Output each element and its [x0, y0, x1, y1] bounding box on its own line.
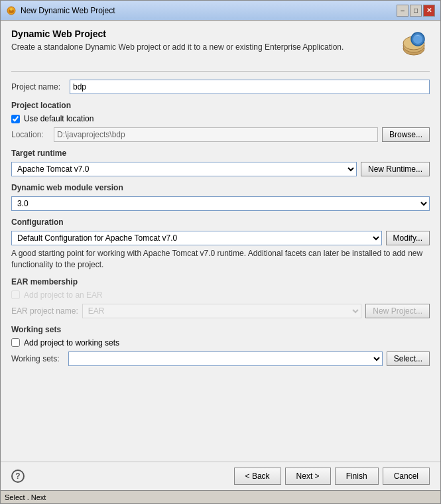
select-working-sets-button[interactable]: Select...: [387, 351, 430, 366]
add-to-ear-checkbox[interactable]: [11, 290, 20, 299]
header-section: Dynamic Web Project Create a standalone …: [11, 29, 430, 60]
runtime-row: Apache Tomcat v7.0 New Runtime...: [11, 162, 430, 176]
use-default-location-checkbox[interactable]: [11, 115, 20, 123]
project-name-label: Project name:: [11, 82, 64, 92]
working-sets-checkbox-row: Add project to working sets: [11, 338, 430, 347]
window-title: New Dynamic Web Project: [21, 6, 115, 15]
target-runtime-section: Target runtime Apache Tomcat v7.0 New Ru…: [11, 149, 430, 176]
add-to-working-sets-label[interactable]: Add project to working sets: [24, 338, 119, 347]
modify-button[interactable]: Modify...: [386, 231, 430, 245]
header-text: Dynamic Web Project Create a standalone …: [11, 29, 390, 53]
title-bar-left: New Dynamic Web Project: [6, 5, 115, 16]
configuration-description: A good starting point for working with A…: [11, 248, 430, 271]
content-area: Dynamic Web Project Create a standalone …: [1, 21, 440, 462]
ear-project-name-select: EAR: [82, 304, 362, 318]
use-default-location-label[interactable]: Use default location: [24, 114, 94, 123]
status-text: Select . Next: [5, 493, 46, 501]
bottom-buttons: < Back Next > Finish Cancel: [234, 468, 430, 485]
cancel-button[interactable]: Cancel: [383, 468, 430, 485]
add-to-working-sets-checkbox[interactable]: [11, 338, 20, 347]
title-controls: – □ ✕: [397, 5, 435, 17]
minimize-button[interactable]: –: [397, 5, 409, 17]
location-label: Location:: [11, 130, 50, 139]
finish-button[interactable]: Finish: [335, 468, 379, 485]
ear-project-name-label: EAR project name:: [11, 306, 78, 316]
configuration-select[interactable]: Default Configuration for Apache Tomcat …: [11, 231, 382, 245]
header-icon: [398, 29, 430, 60]
new-project-button[interactable]: New Project...: [365, 304, 430, 318]
project-location-title: Project location: [11, 101, 430, 110]
browse-button[interactable]: Browse...: [382, 127, 430, 142]
main-window: New Dynamic Web Project – □ ✕ Dynamic We…: [0, 0, 441, 504]
back-button[interactable]: < Back: [234, 468, 281, 485]
working-sets-select[interactable]: [68, 351, 383, 366]
web-module-section: Dynamic web module version 3.0 2.5 2.4 2…: [11, 183, 430, 211]
working-sets-section: Working sets Add project to working sets…: [11, 325, 430, 366]
next-button[interactable]: Next >: [285, 468, 331, 485]
web-module-title: Dynamic web module version: [11, 183, 430, 192]
close-button[interactable]: ✕: [423, 5, 435, 17]
working-sets-title: Working sets: [11, 325, 430, 334]
header-description: Create a standalone Dynamic Web project …: [11, 42, 390, 53]
use-default-location-row: Use default location: [11, 114, 430, 123]
location-row: Location: Browse...: [11, 127, 430, 142]
target-runtime-title: Target runtime: [11, 149, 430, 158]
project-name-input[interactable]: [70, 80, 430, 94]
working-sets-row: Working sets: Select...: [11, 351, 430, 366]
bottom-bar: ? < Back Next > Finish Cancel: [1, 462, 440, 490]
separator: [11, 71, 430, 72]
svg-point-2: [10, 8, 13, 11]
config-row: Default Configuration for Apache Tomcat …: [11, 231, 430, 245]
working-sets-label: Working sets:: [11, 354, 64, 363]
location-input[interactable]: [54, 127, 378, 142]
ear-checkbox-row: Add project to an EAR: [11, 290, 430, 300]
project-location-section: Project location Use default location Lo…: [11, 101, 430, 142]
target-runtime-select[interactable]: Apache Tomcat v7.0: [11, 162, 357, 176]
ear-membership-section: EAR membership Add project to an EAR EAR…: [11, 277, 430, 318]
web-module-version-select[interactable]: 3.0 2.5 2.4 2.3: [11, 196, 430, 211]
bottom-left: ?: [11, 470, 25, 483]
header-title: Dynamic Web Project: [11, 29, 390, 39]
title-icon: [6, 5, 17, 16]
form-section: Project name: Project location Use defau…: [11, 80, 430, 454]
add-to-ear-label: Add project to an EAR: [24, 290, 103, 300]
configuration-section: Configuration Default Configuration for …: [11, 218, 430, 271]
title-bar: New Dynamic Web Project – □ ✕: [1, 1, 440, 21]
project-name-row: Project name:: [11, 80, 430, 94]
ear-project-name-row: EAR project name: EAR New Project...: [11, 304, 430, 318]
ear-membership-title: EAR membership: [11, 277, 430, 286]
new-runtime-button[interactable]: New Runtime...: [361, 162, 430, 176]
status-bar: Select . Next: [1, 490, 440, 503]
maximize-button[interactable]: □: [410, 5, 422, 17]
help-button[interactable]: ?: [11, 470, 25, 483]
svg-point-7: [413, 34, 422, 44]
configuration-title: Configuration: [11, 218, 430, 227]
